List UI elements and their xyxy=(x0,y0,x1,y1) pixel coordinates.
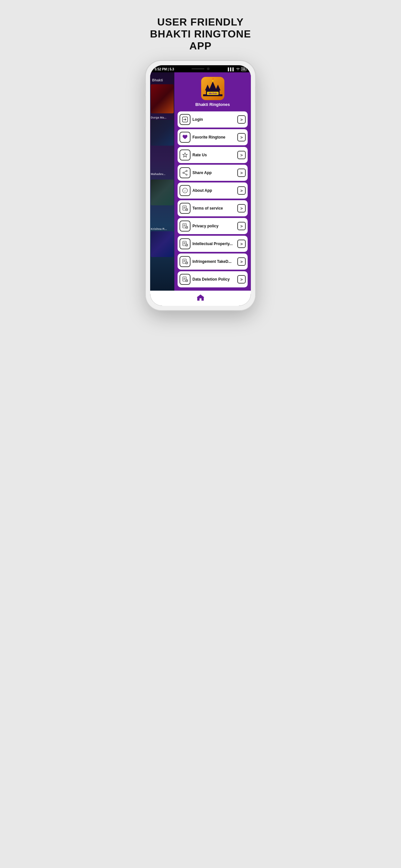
krishna-image xyxy=(151,231,174,257)
menu-item-intellectual[interactable]: Intellectual Property... xyxy=(178,236,248,252)
battery-level: 86 xyxy=(242,67,245,71)
share-chevron xyxy=(237,168,246,177)
svg-line-22 xyxy=(184,174,186,175)
volume-down-button xyxy=(145,113,146,127)
mountains-image xyxy=(151,120,174,146)
speaker xyxy=(191,68,204,69)
rate-chevron xyxy=(237,151,246,159)
durga-image xyxy=(151,84,174,113)
mahadev-image xyxy=(151,180,174,206)
login-icon xyxy=(180,114,190,125)
headline-line2: BHAKTI RINGTONE APP xyxy=(140,28,261,52)
menu-item-about[interactable]: i About App xyxy=(178,182,248,198)
svg-point-19 xyxy=(186,174,187,175)
svg-point-20 xyxy=(183,172,184,174)
status-time: 5:52 PM | 5.3 xyxy=(155,67,174,71)
infringement-label: Infringement TakeD... xyxy=(192,259,235,264)
left-durga-text: Durga Ma... xyxy=(151,116,166,119)
deletion-label: Data Deletion Policy xyxy=(192,277,235,282)
left-krishna-text: Krishna R... xyxy=(151,227,167,230)
camera xyxy=(207,67,210,70)
volume-up-button xyxy=(145,96,146,111)
share-label: Share App xyxy=(192,170,235,175)
menu-item-terms[interactable]: Terms of service xyxy=(178,200,248,216)
login-label: Login xyxy=(192,117,235,122)
app-screen: Bhakti Durga Ma... Mahadev... Krishna R.… xyxy=(150,72,251,290)
notch xyxy=(184,65,217,72)
menu-item-login[interactable]: Login xyxy=(178,112,248,128)
terms-chevron xyxy=(237,204,246,213)
wifi-icon xyxy=(236,67,240,71)
about-label: About App xyxy=(192,188,235,193)
rate-label: Rate Us xyxy=(192,153,235,157)
share-icon xyxy=(180,167,190,178)
favorite-chevron xyxy=(237,133,246,142)
menu-list: Login Favorite R xyxy=(178,112,248,287)
deletion-chevron xyxy=(237,275,246,283)
intellectual-chevron xyxy=(237,240,246,248)
app-logo: भक्ति रिंगटोन xyxy=(201,77,224,100)
power-button xyxy=(255,87,256,103)
infringement-chevron xyxy=(237,257,246,266)
intellectual-icon xyxy=(180,238,190,249)
privacy-chevron xyxy=(237,222,246,230)
phone-screen: 5:52 PM | 5.3 ▌▌▌ 86 xyxy=(150,65,251,306)
left-mahadev-text: Mahadev... xyxy=(151,173,165,176)
mute-button xyxy=(145,83,146,93)
app-logo-container: भक्ति रिंगटोन Bhakti Ringtones xyxy=(195,77,230,107)
privacy-icon xyxy=(180,221,190,231)
menu-item-share[interactable]: Share App xyxy=(178,165,248,181)
bottom-nav xyxy=(150,290,251,306)
rate-icon xyxy=(180,150,190,160)
login-chevron xyxy=(237,115,246,124)
headline-line1: USER FRIENDLY xyxy=(140,16,261,28)
terms-icon xyxy=(180,203,190,214)
home-button[interactable] xyxy=(196,293,205,303)
deletion-icon xyxy=(180,274,190,285)
left-bhakti-text: Bhakti xyxy=(152,78,163,82)
svg-text:i: i xyxy=(185,189,186,192)
status-icons: ▌▌▌ 86 xyxy=(228,67,246,71)
terms-label: Terms of service xyxy=(192,206,235,211)
favorite-label: Favorite Ringtone xyxy=(192,135,235,140)
about-icon: i xyxy=(180,185,190,196)
right-panel: भक्ति रिंगटोन Bhakti Ringtones xyxy=(174,72,251,290)
menu-item-favorite[interactable]: Favorite Ringtone xyxy=(178,129,248,145)
intellectual-label: Intellectual Property... xyxy=(192,242,235,246)
svg-marker-17 xyxy=(183,153,187,157)
menu-item-rate[interactable]: Rate Us xyxy=(178,147,248,163)
app-title: Bhakti Ringtones xyxy=(195,102,230,107)
about-chevron xyxy=(237,186,246,195)
favorite-icon xyxy=(180,132,190,143)
menu-item-privacy[interactable]: Privacy policy xyxy=(178,218,248,234)
page-wrapper: USER FRIENDLY BHAKTI RINGTONE APP 5:52 P… xyxy=(134,6,267,310)
menu-item-deletion[interactable]: Data Deletion Policy xyxy=(178,271,248,287)
signal-icon: ▌▌▌ xyxy=(228,67,235,71)
phone-frame: 5:52 PM | 5.3 ▌▌▌ 86 xyxy=(146,61,255,310)
svg-text:भक्ति रिंगटोन: भक्ति रिंगटोन xyxy=(209,92,217,95)
svg-point-18 xyxy=(186,170,187,172)
battery-icon: 86 xyxy=(241,67,246,71)
privacy-label: Privacy policy xyxy=(192,224,235,228)
menu-item-infringement[interactable]: Infringement TakeD... xyxy=(178,253,248,270)
left-panel: Bhakti Durga Ma... Mahadev... Krishna R.… xyxy=(150,72,174,290)
svg-line-21 xyxy=(184,172,186,173)
infringement-icon xyxy=(180,256,190,267)
headline: USER FRIENDLY BHAKTI RINGTONE APP xyxy=(134,6,267,61)
